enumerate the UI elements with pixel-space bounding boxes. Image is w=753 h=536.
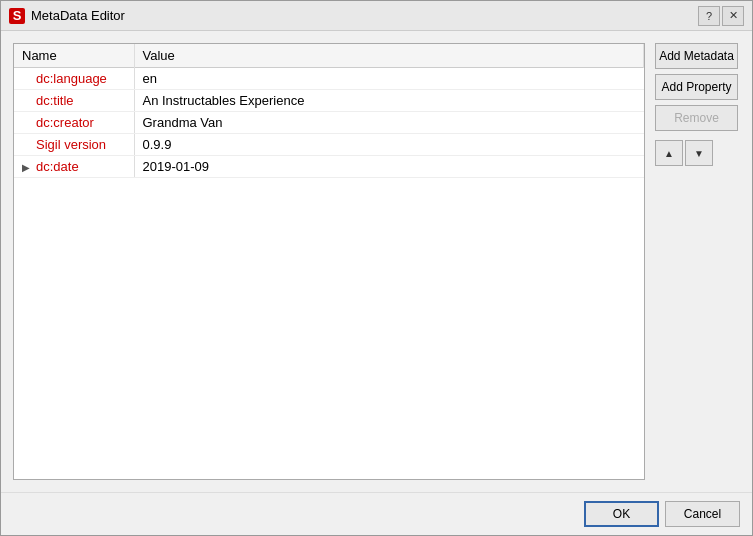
cancel-button[interactable]: Cancel [665, 501, 740, 527]
table-cell-name: dc:language [14, 68, 134, 90]
table-row[interactable]: Sigil version0.9.9 [14, 134, 644, 156]
add-property-button[interactable]: Add Property [655, 74, 738, 100]
sidebar-buttons: Add Metadata Add Property Remove ▲ ▼ [655, 43, 740, 480]
table-cell-name: dc:title [14, 90, 134, 112]
remove-button[interactable]: Remove [655, 105, 738, 131]
metadata-editor-dialog: S MetaData Editor ? ✕ Name Value dc:lang… [0, 0, 753, 536]
app-icon: S [9, 8, 25, 24]
metadata-table-container[interactable]: Name Value dc:languageendc:titleAn Instr… [13, 43, 645, 480]
table-cell-name: dc:creator [14, 112, 134, 134]
table-cell-value: 0.9.9 [134, 134, 644, 156]
ok-button[interactable]: OK [584, 501, 659, 527]
arrow-up-button[interactable]: ▲ [655, 140, 683, 166]
metadata-table: Name Value dc:languageendc:titleAn Instr… [14, 44, 644, 178]
close-button[interactable]: ✕ [722, 6, 744, 26]
dialog-title: MetaData Editor [31, 8, 698, 23]
table-cell-name: Sigil version [14, 134, 134, 156]
dialog-footer: OK Cancel [1, 492, 752, 535]
dialog-content: Name Value dc:languageendc:titleAn Instr… [1, 31, 752, 492]
table-cell-value: en [134, 68, 644, 90]
table-cell-value: Grandma Van [134, 112, 644, 134]
col-name-header: Name [14, 44, 134, 68]
table-row[interactable]: dc:languageen [14, 68, 644, 90]
expand-icon[interactable]: ▶ [22, 162, 34, 174]
table-row[interactable]: ▶dc:date2019-01-09 [14, 156, 644, 178]
table-header-row: Name Value [14, 44, 644, 68]
arrow-down-button[interactable]: ▼ [685, 140, 713, 166]
col-value-header: Value [134, 44, 644, 68]
arrow-buttons: ▲ ▼ [655, 140, 740, 166]
help-button[interactable]: ? [698, 6, 720, 26]
table-row[interactable]: dc:creatorGrandma Van [14, 112, 644, 134]
window-controls: ? ✕ [698, 6, 744, 26]
table-cell-value: 2019-01-09 [134, 156, 644, 178]
add-metadata-button[interactable]: Add Metadata [655, 43, 738, 69]
table-row[interactable]: dc:titleAn Instructables Experience [14, 90, 644, 112]
table-cell-value: An Instructables Experience [134, 90, 644, 112]
table-cell-name: ▶dc:date [14, 156, 134, 178]
title-bar: S MetaData Editor ? ✕ [1, 1, 752, 31]
